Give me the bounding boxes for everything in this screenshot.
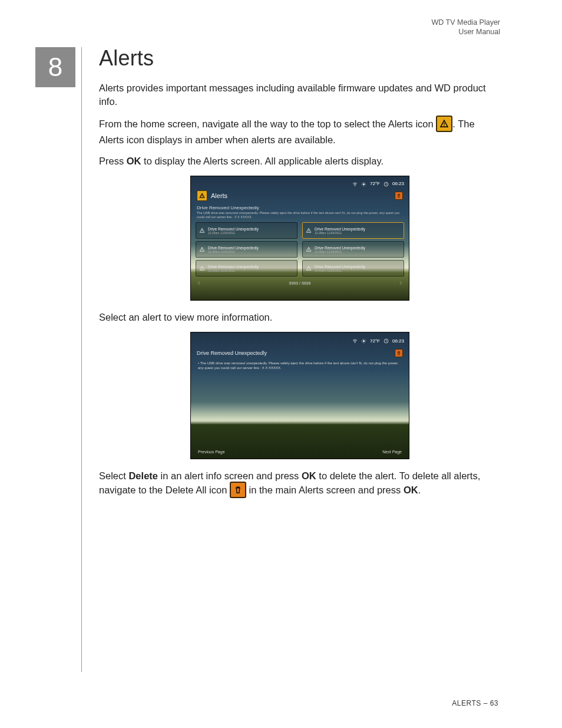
intro-paragraph: Alerts provides important messages inclu… [99, 81, 501, 108]
text: Press [99, 156, 127, 166]
svg-line-34 [365, 342, 365, 343]
alert-list-item[interactable]: Drive Removed Unexpectedly 12:25am 11/24… [196, 222, 297, 239]
product-name: WD TV Media Player [432, 18, 500, 27]
svg-point-3 [363, 183, 365, 185]
ok-label: OK [127, 156, 141, 166]
svg-rect-22 [309, 251, 309, 251]
screen-titlebar: Alerts [191, 189, 409, 203]
svg-rect-23 [202, 268, 203, 269]
alert-desc-heading: Drive Removed Unexpectedly [197, 205, 403, 210]
next-page-button[interactable]: Next Page [382, 450, 402, 454]
navigate-paragraph: From the home screen, navigate all the w… [99, 117, 501, 147]
screen-title: Alerts [211, 192, 227, 199]
footer-section: ALERTS [452, 699, 481, 707]
previous-page-button[interactable]: Previous Page [198, 450, 225, 454]
delete-all-icon[interactable] [395, 192, 403, 200]
text: in an alert info screen and press [158, 470, 302, 481]
svg-rect-25 [309, 268, 309, 269]
delete-label: Delete [128, 470, 158, 481]
alert-description: Drive Removed Unexpectedly The USB drive… [191, 203, 409, 220]
warning-icon [306, 246, 312, 252]
page-footer: ALERTS – 63 [452, 699, 498, 707]
detail-nav: Previous Page Next Page [198, 450, 402, 454]
alerts-icon [436, 116, 452, 132]
alert-list-item[interactable]: Drive Removed Unexpectedly 12:30am 11/24… [196, 241, 297, 258]
weather-icon [361, 182, 366, 187]
pager-label: 9999 / 9999 [289, 281, 311, 285]
detail-body: • The USB drive was removed unexpectedly… [191, 357, 409, 370]
svg-line-11 [365, 182, 365, 183]
alert-item-timestamp: 12:25am 11/24/2012 [208, 231, 259, 235]
alert-detail-screenshot: 72°F 06:23 Drive Removed Unexpectedly • … [191, 332, 409, 459]
alert-list-item[interactable]: Drive Removed Unexpectedly 14:45am 12/25… [302, 260, 404, 276]
text: to display the Alerts screen. All applic… [141, 156, 384, 166]
alert-item-timestamp: 14:45am 12/25/2012 [315, 269, 365, 272]
wifi-icon [352, 338, 358, 344]
alert-list-item[interactable]: Drive Removed Unexpectedly 12:28am 11/24… [302, 222, 404, 239]
svg-point-28 [363, 340, 365, 342]
status-bar: 72°F 06:23 [191, 176, 409, 189]
svg-point-2 [355, 186, 355, 186]
alert-item-title: Drive Removed Unexpectedly [208, 246, 259, 250]
svg-rect-14 [202, 197, 203, 197]
ok-label: OK [404, 485, 418, 495]
alert-item-title: Drive Removed Unexpectedly [315, 227, 365, 231]
alert-item-timestamp: 13:24pm 12/31/2012 [208, 269, 259, 272]
temperature-label: 72°F [370, 182, 380, 186]
alert-list-item[interactable]: Drive Removed Unexpectedly 12:35am 11/24… [302, 241, 404, 258]
page-title: Alerts [99, 46, 501, 71]
footer-sep: – [481, 699, 490, 707]
detail-header-row: Drive Removed Unexpectedly [191, 347, 409, 357]
delete-all-icon [230, 482, 246, 498]
alert-item-title: Drive Removed Unexpectedly [315, 246, 365, 250]
svg-line-9 [365, 185, 365, 186]
svg-rect-21 [309, 249, 309, 250]
temperature-label: 72°F [370, 339, 380, 344]
alert-item-title: Drive Removed Unexpectedly [208, 265, 259, 269]
warning-icon [306, 265, 312, 271]
svg-rect-17 [309, 230, 309, 231]
text: . [418, 485, 421, 495]
pager: 9999 / 9999 [191, 276, 409, 289]
weather-icon [361, 338, 366, 344]
svg-rect-19 [202, 249, 203, 250]
detail-body-text: The USB drive was removed unexpectedly. … [198, 361, 398, 370]
text: in the main Alerts screen and press [249, 485, 404, 495]
detail-heading: Drive Removed Unexpectedly [197, 350, 267, 356]
svg-rect-26 [309, 269, 309, 270]
svg-line-33 [362, 340, 363, 340]
press-ok-paragraph: Press OK to display the Alerts screen. A… [99, 154, 501, 168]
svg-rect-20 [202, 251, 203, 251]
prev-arrow-icon[interactable] [197, 281, 201, 285]
select-alert-paragraph: Select an alert to view more information… [99, 311, 501, 324]
svg-point-27 [355, 342, 355, 343]
next-arrow-icon[interactable] [398, 281, 403, 285]
alert-item-title: Drive Removed Unexpectedly [315, 265, 365, 269]
alert-item-title: Drive Removed Unexpectedly [208, 227, 259, 231]
warning-icon [199, 228, 205, 233]
chapter-number: 8 [35, 47, 75, 87]
wifi-icon [352, 182, 358, 187]
svg-line-10 [362, 185, 363, 186]
svg-rect-16 [202, 232, 203, 232]
alert-item-timestamp: 12:35am 11/24/2012 [315, 250, 365, 253]
warning-icon [199, 246, 205, 252]
svg-rect-1 [444, 125, 445, 126]
clock-icon [384, 182, 389, 187]
vertical-divider [81, 47, 82, 672]
alert-item-timestamp: 12:30am 11/24/2012 [208, 250, 259, 253]
page-header: WD TV Media Player User Manual [432, 18, 500, 37]
delete-paragraph: Select Delete in an alert info screen an… [99, 469, 501, 499]
delete-icon[interactable] [395, 349, 403, 357]
time-label: 06:23 [392, 182, 404, 186]
time-label: 06:23 [392, 339, 404, 344]
doc-type: User Manual [432, 27, 500, 37]
alerts-title-icon [197, 190, 207, 201]
svg-rect-18 [309, 232, 309, 232]
svg-line-8 [362, 182, 363, 183]
warning-icon [306, 228, 312, 233]
svg-line-36 [365, 340, 365, 340]
alert-list-item[interactable]: Drive Removed Unexpectedly 13:24pm 12/31… [196, 260, 297, 276]
text: From the home screen, navigate all the w… [99, 118, 436, 129]
svg-rect-13 [202, 195, 203, 196]
